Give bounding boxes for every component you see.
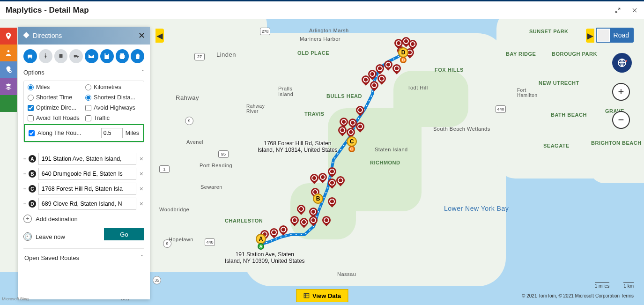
along-route-distance-input[interactable]	[101, 128, 123, 138]
waypoint-marker-c-label[interactable]: C	[347, 136, 357, 147]
waypoint-marker-c[interactable]: C	[348, 146, 355, 152]
rail-locate-icon[interactable]	[0, 28, 17, 45]
svg-rect-9	[304, 293, 309, 298]
rail-search-map-icon[interactable]	[0, 61, 17, 78]
waypoint-marker-a[interactable]: A	[258, 243, 264, 250]
svg-point-3	[45, 53, 46, 54]
unit-km-radio[interactable]: Kilometres	[85, 84, 140, 90]
map-scale: 1 miles 1 km	[595, 282, 634, 289]
directions-icon	[22, 31, 30, 40]
maptype-label: Road	[614, 31, 629, 39]
collapse-panel-left[interactable]: ◀	[155, 29, 164, 43]
svg-rect-4	[59, 54, 62, 58]
zoom-out-button[interactable]: −	[612, 111, 630, 129]
rail-download-icon[interactable]	[0, 95, 17, 112]
waypoint-input-b[interactable]	[38, 168, 136, 180]
view-data-button[interactable]: View Data	[296, 289, 348, 302]
travel-mode-row	[23, 49, 144, 63]
waypoint-marker-d[interactable]: D	[400, 57, 407, 63]
svg-point-5	[60, 57, 60, 58]
map-attribution: © 2021 TomTom, © 2021 Microsoft Corporat…	[522, 293, 634, 298]
optimize-checkbox[interactable]: Optimize Dire...	[28, 104, 82, 111]
action-email-icon[interactable]	[85, 49, 98, 63]
drag-handle-icon[interactable]: ≡	[23, 156, 26, 162]
waypoint-row: ≡ B ×	[23, 168, 144, 180]
drag-handle-icon[interactable]: ≡	[23, 201, 26, 207]
plus-icon: +	[23, 215, 32, 223]
rail-layers-icon[interactable]	[0, 78, 17, 95]
along-route-label: Along The Rou...	[37, 130, 98, 136]
leave-now-button[interactable]: 🕘 Leave now	[23, 232, 65, 241]
remove-waypoint-icon[interactable]: ×	[139, 170, 144, 178]
along-route-unit: Miles	[126, 130, 139, 136]
maptype-switch[interactable]: Road	[596, 28, 634, 43]
drag-handle-icon[interactable]: ≡	[23, 171, 26, 177]
unit-miles-radio[interactable]: Miles	[28, 84, 82, 90]
mode-car-icon[interactable]	[23, 49, 37, 63]
waypoint-badge: C	[29, 185, 36, 193]
waypoint-marker-b[interactable]: B	[313, 193, 323, 204]
avoid-tolls-checkbox[interactable]: Avoid Toll Roads	[28, 115, 82, 121]
action-save-icon[interactable]	[100, 49, 114, 63]
svg-point-1	[9, 71, 12, 73]
waypoints-list: ≡ A × ≡ B × ≡ C × ≡	[23, 153, 144, 241]
waypoint-row: ≡ A ×	[23, 153, 144, 165]
mode-truck-icon[interactable]	[69, 49, 83, 63]
action-print-icon[interactable]	[116, 49, 129, 63]
traffic-checkbox[interactable]: Traffic	[85, 115, 140, 121]
mode-walk-icon[interactable]	[39, 49, 52, 63]
criteria-time-radio[interactable]: Shortest Time	[28, 94, 82, 101]
action-delete-icon[interactable]	[131, 49, 144, 63]
along-route-row: Along The Rou... Miles	[24, 124, 144, 142]
chevron-down-icon: ˅	[141, 254, 143, 261]
directions-panel: Directions ✕ Options ˄ Miles	[18, 27, 150, 299]
waypoint-marker-a-label[interactable]: A	[256, 234, 266, 244]
close-icon[interactable]	[631, 7, 638, 14]
map-workspace: Arlington Marsh Mariners Harbor OLD PLAC…	[0, 19, 644, 305]
table-icon	[303, 292, 310, 299]
mode-transit-icon[interactable]	[54, 49, 68, 63]
waypoint-row: ≡ C ×	[23, 183, 144, 195]
waypoint-input-d[interactable]	[38, 198, 136, 210]
remove-waypoint-icon[interactable]: ×	[139, 200, 144, 208]
waypoint-input-c[interactable]	[38, 183, 136, 195]
callout-c: 1768 Forest Hill Rd, Staten Island, NY 1…	[258, 140, 338, 153]
callout-a: 191 Station Ave, Staten Island, NY 10309…	[225, 251, 305, 264]
clock-icon: 🕘	[23, 232, 32, 241]
add-destination-button[interactable]: + Add destination	[23, 215, 144, 223]
drag-handle-icon[interactable]: ≡	[23, 186, 26, 192]
go-button[interactable]: Go	[104, 228, 144, 240]
open-saved-routes[interactable]: Open Saved Routes ˅	[23, 248, 144, 261]
criteria-distance-radio[interactable]: Shortest Dista...	[85, 94, 140, 101]
remove-waypoint-icon[interactable]: ×	[139, 155, 144, 163]
titlebar: Maplytics - Detail Map	[0, 1, 644, 19]
remove-waypoint-icon[interactable]: ×	[139, 185, 144, 193]
bing-logo: Microsoft Bing	[2, 297, 29, 301]
svg-point-6	[61, 57, 62, 58]
expand-icon[interactable]	[614, 7, 622, 14]
collapse-panel-right[interactable]: ▶	[586, 29, 594, 43]
svg-point-7	[74, 57, 75, 58]
zoom-in-button[interactable]: +	[612, 83, 630, 101]
page-title: Maplytics - Detail Map	[6, 6, 89, 15]
rail-people-icon[interactable]	[0, 45, 17, 61]
svg-point-0	[7, 50, 10, 52]
chevron-up-icon: ˄	[141, 69, 144, 76]
waypoint-badge: B	[29, 170, 36, 178]
reset-globe-icon[interactable]	[612, 53, 632, 73]
waypoint-marker-d-label[interactable]: D	[398, 47, 408, 58]
maptype-thumb-icon	[597, 29, 610, 42]
along-route-checkbox[interactable]	[29, 130, 35, 136]
avoid-highways-checkbox[interactable]: Avoid Highways	[85, 104, 140, 111]
panel-close-icon[interactable]: ✕	[138, 30, 145, 41]
panel-title: Directions	[33, 32, 62, 39]
waypoint-badge: D	[29, 200, 36, 208]
options-box: Miles Kilometres Shortest Time Shortest …	[23, 81, 144, 142]
waypoint-row: ≡ D ×	[23, 198, 144, 210]
left-tool-rail	[0, 28, 17, 112]
svg-point-8	[77, 57, 78, 58]
options-header[interactable]: Options ˄	[23, 69, 144, 76]
waypoint-badge: A	[29, 155, 36, 163]
waypoint-input-a[interactable]	[38, 153, 136, 165]
